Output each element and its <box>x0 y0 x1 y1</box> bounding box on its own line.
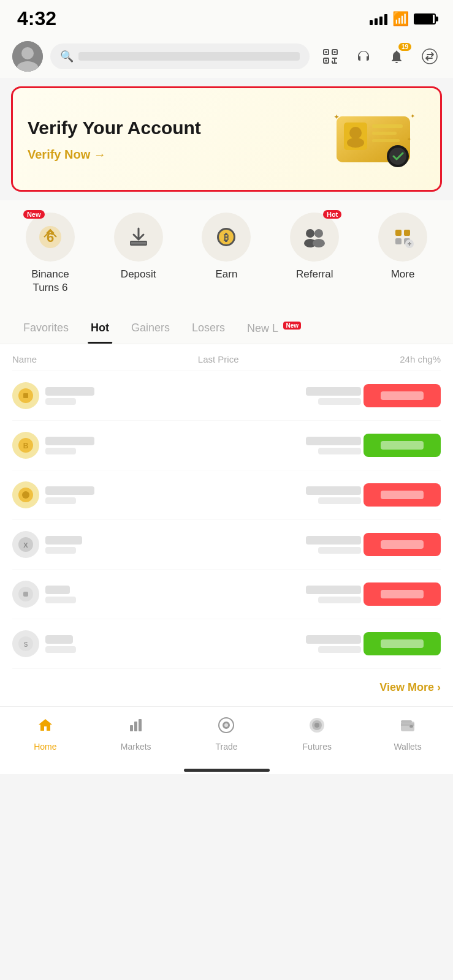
price-sub-bar <box>318 398 361 405</box>
svg-rect-57 <box>130 725 133 731</box>
quick-action-more[interactable]: More <box>372 213 433 295</box>
svg-rect-59 <box>139 719 142 731</box>
coin-info <box>45 635 76 653</box>
nav-trade[interactable]: Trade <box>199 717 254 752</box>
hot-badge: Hot <box>323 210 341 219</box>
svg-point-18 <box>347 138 364 148</box>
search-icon: 🔍 <box>60 50 74 63</box>
price-sub-bar <box>318 497 361 504</box>
referral-icon: Hot <box>290 213 339 262</box>
price-bar <box>306 536 361 545</box>
home-icon <box>37 717 54 738</box>
battery-icon <box>414 13 436 24</box>
table-row[interactable]: X <box>12 520 441 570</box>
headset-button[interactable] <box>352 45 375 67</box>
nav-markets-label: Markets <box>121 742 151 752</box>
status-bar: 4:32 📶 <box>0 0 453 35</box>
nav-wallets[interactable]: Wallets <box>380 717 435 752</box>
svg-point-13 <box>422 49 437 64</box>
nav-home[interactable]: Home <box>18 717 73 752</box>
scan-button[interactable] <box>319 45 341 67</box>
avatar[interactable] <box>12 41 43 72</box>
svg-rect-58 <box>134 722 137 731</box>
quick-action-deposit[interactable]: Deposit <box>108 213 169 295</box>
price-col <box>187 437 362 454</box>
price-bar <box>306 486 361 495</box>
new-tab-badge: New <box>283 322 301 330</box>
price-bar <box>306 635 361 644</box>
verify-banner[interactable]: Verify Your Account Verify Now → <box>11 86 442 192</box>
price-sub-bar <box>318 646 361 653</box>
coin-name-bar <box>45 437 94 445</box>
table-row[interactable] <box>12 570 441 619</box>
price-col <box>187 387 362 405</box>
coin-sub-bar <box>45 547 76 554</box>
coin-logo <box>12 481 39 508</box>
tab-gainers[interactable]: Gainers <box>120 313 181 344</box>
col-header-price: Last Price <box>198 354 239 364</box>
quick-action-binance6[interactable]: New 6 BinanceTurns 6 <box>20 213 81 295</box>
change-badge-red <box>364 483 441 507</box>
nav-futures[interactable]: Futures <box>289 717 345 752</box>
binance6-icon: New 6 <box>26 213 75 262</box>
price-bar <box>306 387 361 396</box>
coin-name-col <box>12 581 187 608</box>
svg-rect-38 <box>395 230 402 236</box>
verify-link[interactable]: Verify Now → <box>28 148 318 162</box>
price-sub-bar <box>318 448 361 454</box>
table-row[interactable]: B <box>12 421 441 470</box>
notification-button[interactable]: 19 <box>386 45 408 67</box>
price-sub-bar <box>318 547 361 554</box>
coin-name-bar <box>45 586 70 594</box>
svg-rect-46 <box>23 393 28 398</box>
wifi-icon: 📶 <box>392 11 409 27</box>
svg-text:✦: ✦ <box>407 137 411 142</box>
markets-icon <box>128 717 145 738</box>
change-bar <box>381 639 424 648</box>
tab-hot[interactable]: Hot <box>80 313 120 344</box>
verify-title: Verify Your Account <box>28 117 318 139</box>
change-badge-red <box>364 533 441 556</box>
svg-text:X: X <box>23 541 28 549</box>
quick-action-earn[interactable]: ₿ Earn <box>196 213 257 295</box>
market-tabs: Favorites Hot Gainers Losers New L New <box>0 307 453 344</box>
nav-markets[interactable]: Markets <box>108 717 164 752</box>
swap-button[interactable] <box>419 45 441 67</box>
coin-name-bar <box>45 635 73 644</box>
svg-point-50 <box>22 491 29 499</box>
table-row[interactable] <box>12 470 441 520</box>
view-more-button[interactable]: View More › <box>379 681 441 694</box>
svg-text:B: B <box>23 442 29 450</box>
nav-wallets-label: Wallets <box>394 742 421 752</box>
coin-logo: B <box>12 432 39 459</box>
coin-info <box>45 586 76 603</box>
tab-new[interactable]: New L New <box>236 313 312 344</box>
change-badge-red <box>364 384 441 407</box>
coin-name-bar <box>45 536 82 545</box>
nav-trade-label: Trade <box>215 742 237 752</box>
tab-losers[interactable]: Losers <box>181 313 236 344</box>
svg-point-34 <box>306 229 314 238</box>
coin-name-col <box>12 481 187 508</box>
coin-sub-bar <box>45 448 76 454</box>
coin-sub-bar <box>45 646 76 653</box>
price-bar <box>306 437 361 445</box>
change-col <box>361 434 441 457</box>
svg-text:S: S <box>24 641 28 648</box>
market-table-header: Name Last Price 24h chg% <box>12 344 441 371</box>
table-row[interactable]: S <box>12 619 441 669</box>
table-row[interactable] <box>12 371 441 421</box>
svg-point-65 <box>314 723 319 728</box>
svg-rect-39 <box>404 230 410 236</box>
svg-text:✦: ✦ <box>410 113 415 119</box>
tab-favorites[interactable]: Favorites <box>12 313 80 344</box>
svg-text:₿: ₿ <box>224 232 229 243</box>
change-col <box>361 533 441 556</box>
price-bar <box>306 586 361 594</box>
svg-point-37 <box>313 239 325 247</box>
coin-name-col: X <box>12 531 187 558</box>
quick-action-referral[interactable]: Hot Referral <box>284 213 345 295</box>
change-col <box>361 384 441 407</box>
svg-rect-54 <box>23 592 28 597</box>
search-bar[interactable]: 🔍 <box>50 43 310 69</box>
